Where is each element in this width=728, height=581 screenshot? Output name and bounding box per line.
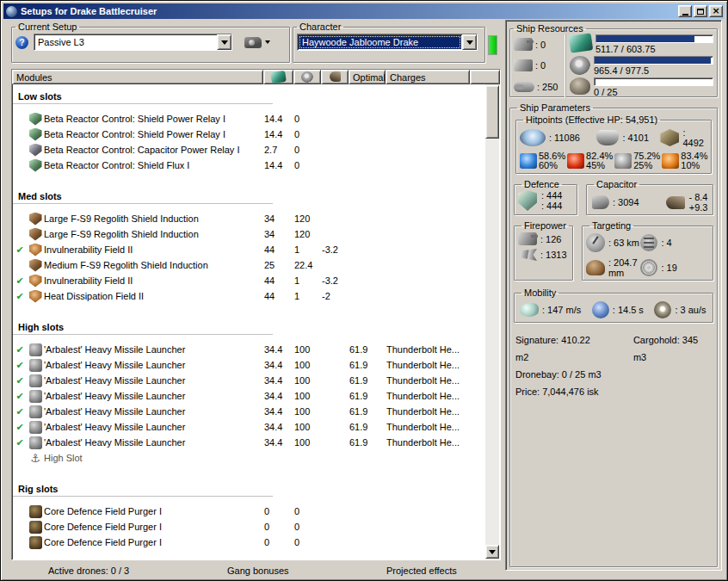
turret-hardpoints-value: : 0 (535, 40, 546, 50)
character-select[interactable]: Haywoode Jabloome Drake (297, 34, 478, 51)
title-bar[interactable]: Setups for Drake Battlecruiser × (3, 3, 725, 19)
kinetic-armor-resist: 25% (633, 161, 660, 170)
module-charge-value[interactable]: Thunderbolt He... (386, 360, 485, 370)
module-row[interactable]: ✔'Arbalest' Heavy Missile Launcher34.410… (13, 404, 485, 419)
module-powergrid-value: 100 (294, 437, 322, 448)
module-powergrid-value: 100 (294, 375, 322, 386)
module-powergrid-value: 1 (294, 275, 322, 286)
scroll-down-button[interactable] (485, 545, 499, 559)
module-name: Invulnerability Field II (44, 275, 264, 286)
module-powergrid-value: 120 (294, 213, 322, 224)
module-charge-value[interactable]: Thunderbolt He... (386, 391, 485, 401)
close-button[interactable]: × (709, 5, 723, 17)
module-powergrid-value: 0 (294, 160, 322, 170)
module-row[interactable]: ✔Heat Dissipation Field II441-2 (13, 288, 485, 304)
module-row[interactable]: Beta Reactor Control: Capacitor Power Re… (13, 142, 485, 158)
setup-select[interactable]: Passive L3 (34, 34, 232, 51)
module-row[interactable]: Beta Reactor Control: Shield Power Relay… (13, 127, 485, 142)
module-name: Invulnerability Field II (44, 244, 264, 255)
module-cpu-value: 14.4 (264, 114, 294, 124)
hardener-icon (29, 290, 42, 303)
column-header-ammo[interactable] (321, 70, 349, 84)
module-optimal-value: 61.9 (349, 406, 386, 417)
shield-hp-icon (520, 129, 546, 146)
sensor-strength-icon (640, 259, 657, 276)
module-powergrid-value: 100 (294, 422, 322, 432)
module-charge-value[interactable]: Thunderbolt He... (386, 422, 485, 432)
module-row[interactable]: ✔'Arbalest' Heavy Missile Launcher34.410… (13, 357, 485, 373)
column-header-charges[interactable]: Charges (386, 70, 470, 84)
column-header-modules[interactable]: Modules (12, 70, 263, 84)
shield-hp-value: : 11086 (549, 133, 580, 143)
maximize-button[interactable] (694, 5, 707, 17)
column-header-optimal[interactable]: Optimal (349, 70, 386, 84)
module-row[interactable]: High Slot (13, 450, 485, 466)
module-cpu-value: 14.4 (264, 160, 294, 170)
module-cpu-value: 34.4 (264, 344, 294, 355)
module-row[interactable]: Large F-S9 Regolith Shield Induction3412… (13, 211, 485, 226)
missile-launcher-icon (29, 421, 42, 434)
module-row[interactable]: Beta Reactor Control: Shield Flux I14.40 (13, 158, 485, 173)
module-row[interactable]: ✔'Arbalest' Heavy Missile Launcher34.410… (13, 419, 485, 435)
module-cpu-value: 44 (264, 275, 294, 286)
chevron-down-icon (221, 40, 228, 45)
firepower-group: Firepower : 126 : 1313 (514, 220, 573, 281)
module-row[interactable]: ✔'Arbalest' Heavy Missile Launcher34.410… (13, 373, 485, 388)
module-powergrid-value: 120 (294, 229, 322, 239)
scrollbar-thumb[interactable] (485, 85, 499, 139)
module-name: Beta Reactor Control: Shield Power Relay… (44, 114, 264, 124)
gang-bonuses-section[interactable]: Gang bonuses (227, 566, 289, 576)
cpu-usage-value: 511.7 / 603.75 (595, 43, 715, 54)
rig-icon (29, 505, 42, 518)
module-optimal-value: 61.9 (349, 437, 386, 448)
module-powergrid-value: 0 (294, 537, 322, 547)
module-charge-value[interactable]: Thunderbolt He... (386, 406, 485, 417)
module-name: High Slot (44, 453, 264, 463)
module-row[interactable]: Beta Reactor Control: Shield Power Relay… (13, 111, 485, 127)
module-charge-value[interactable]: Thunderbolt He... (386, 375, 485, 386)
module-name: 'Arbalest' Heavy Missile Launcher (44, 406, 264, 417)
module-charge-value[interactable]: Thunderbolt He... (386, 437, 485, 448)
module-row[interactable]: ✔'Arbalest' Heavy Missile Launcher34.410… (13, 435, 485, 450)
module-row[interactable]: ✔Invulnerability Field II441-3.2 (13, 273, 485, 288)
firepower-label: Firepower (521, 220, 569, 231)
module-name: 'Arbalest' Heavy Missile Launcher (44, 391, 264, 401)
sensor-strength-value: : 19 (661, 263, 676, 273)
close-icon: × (712, 7, 719, 15)
module-name: Core Defence Field Purger I (44, 522, 264, 532)
module-row[interactable]: Core Defence Field Purger I00 (13, 504, 485, 519)
module-row[interactable]: ✔'Arbalest' Heavy Missile Launcher34.410… (13, 342, 485, 357)
missile-launcher-icon (29, 343, 42, 356)
active-check-icon: ✔ (13, 391, 27, 402)
shield-relay-icon (29, 113, 42, 126)
ship-parameters-label: Ship Parameters (517, 102, 593, 113)
module-row[interactable]: Medium F-S9 Regolith Shield Induction252… (13, 257, 485, 273)
active-check-icon: ✔ (13, 344, 27, 355)
column-header-cpu[interactable] (263, 70, 293, 84)
module-name: Beta Reactor Control: Shield Power Relay… (44, 129, 264, 139)
missile-launcher-icon (29, 359, 42, 372)
module-row[interactable]: ✔Invulnerability Field II441-3.2 (13, 242, 485, 257)
dronebay-value: Dronebay: 0 / 25 m3 (515, 366, 712, 383)
vertical-scrollbar[interactable] (485, 71, 499, 559)
module-row[interactable]: Large F-S9 Regolith Shield Induction3412… (13, 226, 485, 242)
module-charge-value[interactable]: Thunderbolt He... (386, 344, 485, 355)
setup-dropdown-button[interactable] (217, 34, 231, 50)
ship-render-button[interactable] (244, 37, 270, 48)
projected-effects-section[interactable]: Projected effects (386, 566, 457, 576)
turret-hardpoint-icon (514, 38, 533, 51)
character-dropdown-button[interactable] (462, 34, 477, 50)
speed-icon (520, 303, 539, 317)
help-button[interactable]: ? (15, 36, 28, 49)
explosive-armor-resist: 10% (681, 161, 707, 170)
scroll-down-icon (489, 550, 496, 554)
active-check-icon: ✔ (13, 406, 27, 417)
module-row[interactable]: Core Defence Field Purger I00 (13, 535, 485, 550)
column-header-powergrid[interactable] (293, 70, 321, 84)
module-row[interactable]: Core Defence Field Purger I00 (13, 519, 485, 535)
module-row[interactable]: ✔'Arbalest' Heavy Missile Launcher34.410… (13, 388, 485, 404)
calibration-value: : 250 (537, 82, 558, 92)
minimize-button[interactable] (678, 5, 692, 17)
active-check-icon: ✔ (13, 291, 27, 302)
powergrid-icon (301, 71, 313, 83)
